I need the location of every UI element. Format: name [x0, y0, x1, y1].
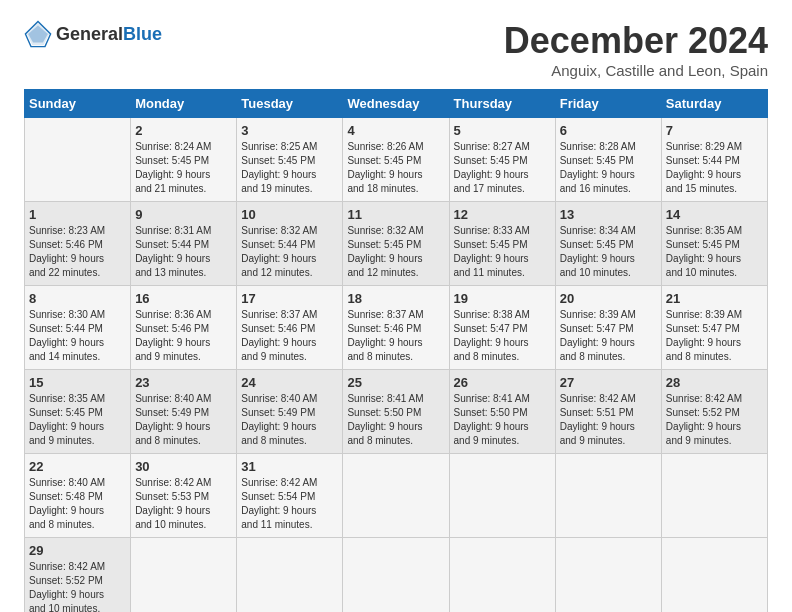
- day-number: 3: [241, 123, 338, 138]
- day-cell: 19Sunrise: 8:38 AM Sunset: 5:47 PM Dayli…: [449, 286, 555, 370]
- day-info: Sunrise: 8:24 AM Sunset: 5:45 PM Dayligh…: [135, 140, 232, 196]
- day-number: 5: [454, 123, 551, 138]
- day-number: 1: [29, 207, 126, 222]
- day-cell: 6Sunrise: 8:28 AM Sunset: 5:45 PM Daylig…: [555, 118, 661, 202]
- logo-icon: [24, 20, 52, 48]
- day-info: Sunrise: 8:42 AM Sunset: 5:51 PM Dayligh…: [560, 392, 657, 448]
- day-number: 26: [454, 375, 551, 390]
- day-cell: 30Sunrise: 8:42 AM Sunset: 5:53 PM Dayli…: [131, 454, 237, 538]
- day-cell: 28Sunrise: 8:42 AM Sunset: 5:52 PM Dayli…: [661, 370, 767, 454]
- week-row-4: 22Sunrise: 8:40 AM Sunset: 5:48 PM Dayli…: [25, 454, 768, 538]
- day-number: 18: [347, 291, 444, 306]
- day-number: 4: [347, 123, 444, 138]
- day-cell: [25, 118, 131, 202]
- day-cell: 12Sunrise: 8:33 AM Sunset: 5:45 PM Dayli…: [449, 202, 555, 286]
- day-info: Sunrise: 8:42 AM Sunset: 5:52 PM Dayligh…: [29, 560, 126, 612]
- day-header-saturday: Saturday: [661, 90, 767, 118]
- week-row-2: 8Sunrise: 8:30 AM Sunset: 5:44 PM Daylig…: [25, 286, 768, 370]
- week-row-0: 2Sunrise: 8:24 AM Sunset: 5:45 PM Daylig…: [25, 118, 768, 202]
- day-cell: 21Sunrise: 8:39 AM Sunset: 5:47 PM Dayli…: [661, 286, 767, 370]
- day-number: 17: [241, 291, 338, 306]
- day-number: 29: [29, 543, 126, 558]
- day-header-friday: Friday: [555, 90, 661, 118]
- day-info: Sunrise: 8:27 AM Sunset: 5:45 PM Dayligh…: [454, 140, 551, 196]
- day-number: 11: [347, 207, 444, 222]
- day-cell: 16Sunrise: 8:36 AM Sunset: 5:46 PM Dayli…: [131, 286, 237, 370]
- day-number: 27: [560, 375, 657, 390]
- day-number: 13: [560, 207, 657, 222]
- day-number: 8: [29, 291, 126, 306]
- day-cell: 8Sunrise: 8:30 AM Sunset: 5:44 PM Daylig…: [25, 286, 131, 370]
- day-cell: [449, 538, 555, 613]
- day-cell: 22Sunrise: 8:40 AM Sunset: 5:48 PM Dayli…: [25, 454, 131, 538]
- day-info: Sunrise: 8:32 AM Sunset: 5:44 PM Dayligh…: [241, 224, 338, 280]
- title-area: December 2024 Anguix, Castille and Leon,…: [504, 20, 768, 79]
- day-info: Sunrise: 8:23 AM Sunset: 5:46 PM Dayligh…: [29, 224, 126, 280]
- day-cell: 11Sunrise: 8:32 AM Sunset: 5:45 PM Dayli…: [343, 202, 449, 286]
- day-info: Sunrise: 8:28 AM Sunset: 5:45 PM Dayligh…: [560, 140, 657, 196]
- day-cell: 7Sunrise: 8:29 AM Sunset: 5:44 PM Daylig…: [661, 118, 767, 202]
- day-cell: 31Sunrise: 8:42 AM Sunset: 5:54 PM Dayli…: [237, 454, 343, 538]
- day-cell: 5Sunrise: 8:27 AM Sunset: 5:45 PM Daylig…: [449, 118, 555, 202]
- logo-blue: Blue: [123, 24, 162, 44]
- day-info: Sunrise: 8:37 AM Sunset: 5:46 PM Dayligh…: [241, 308, 338, 364]
- day-info: Sunrise: 8:40 AM Sunset: 5:49 PM Dayligh…: [241, 392, 338, 448]
- day-number: 21: [666, 291, 763, 306]
- day-info: Sunrise: 8:30 AM Sunset: 5:44 PM Dayligh…: [29, 308, 126, 364]
- logo-general: General: [56, 24, 123, 44]
- day-number: 6: [560, 123, 657, 138]
- logo: GeneralBlue: [24, 20, 162, 48]
- day-cell: 1Sunrise: 8:23 AM Sunset: 5:46 PM Daylig…: [25, 202, 131, 286]
- day-info: Sunrise: 8:35 AM Sunset: 5:45 PM Dayligh…: [666, 224, 763, 280]
- day-cell: 27Sunrise: 8:42 AM Sunset: 5:51 PM Dayli…: [555, 370, 661, 454]
- day-cell: 2Sunrise: 8:24 AM Sunset: 5:45 PM Daylig…: [131, 118, 237, 202]
- day-number: 30: [135, 459, 232, 474]
- week-row-1: 1Sunrise: 8:23 AM Sunset: 5:46 PM Daylig…: [25, 202, 768, 286]
- day-number: 19: [454, 291, 551, 306]
- day-info: Sunrise: 8:40 AM Sunset: 5:48 PM Dayligh…: [29, 476, 126, 532]
- header: GeneralBlue December 2024 Anguix, Castil…: [24, 20, 768, 79]
- day-number: 20: [560, 291, 657, 306]
- day-cell: [661, 538, 767, 613]
- day-info: Sunrise: 8:25 AM Sunset: 5:45 PM Dayligh…: [241, 140, 338, 196]
- day-info: Sunrise: 8:33 AM Sunset: 5:45 PM Dayligh…: [454, 224, 551, 280]
- day-cell: 23Sunrise: 8:40 AM Sunset: 5:49 PM Dayli…: [131, 370, 237, 454]
- day-cell: [343, 454, 449, 538]
- day-cell: 9Sunrise: 8:31 AM Sunset: 5:44 PM Daylig…: [131, 202, 237, 286]
- day-cell: 17Sunrise: 8:37 AM Sunset: 5:46 PM Dayli…: [237, 286, 343, 370]
- day-cell: 10Sunrise: 8:32 AM Sunset: 5:44 PM Dayli…: [237, 202, 343, 286]
- day-cell: 20Sunrise: 8:39 AM Sunset: 5:47 PM Dayli…: [555, 286, 661, 370]
- day-header-tuesday: Tuesday: [237, 90, 343, 118]
- day-cell: 4Sunrise: 8:26 AM Sunset: 5:45 PM Daylig…: [343, 118, 449, 202]
- day-cell: [555, 454, 661, 538]
- day-info: Sunrise: 8:39 AM Sunset: 5:47 PM Dayligh…: [560, 308, 657, 364]
- month-title: December 2024: [504, 20, 768, 62]
- day-cell: 18Sunrise: 8:37 AM Sunset: 5:46 PM Dayli…: [343, 286, 449, 370]
- day-number: 15: [29, 375, 126, 390]
- day-cell: [131, 538, 237, 613]
- day-cell: [661, 454, 767, 538]
- day-number: 22: [29, 459, 126, 474]
- day-number: 7: [666, 123, 763, 138]
- day-info: Sunrise: 8:36 AM Sunset: 5:46 PM Dayligh…: [135, 308, 232, 364]
- day-number: 25: [347, 375, 444, 390]
- day-cell: 29Sunrise: 8:42 AM Sunset: 5:52 PM Dayli…: [25, 538, 131, 613]
- day-number: 28: [666, 375, 763, 390]
- day-header-wednesday: Wednesday: [343, 90, 449, 118]
- day-info: Sunrise: 8:32 AM Sunset: 5:45 PM Dayligh…: [347, 224, 444, 280]
- day-info: Sunrise: 8:31 AM Sunset: 5:44 PM Dayligh…: [135, 224, 232, 280]
- day-cell: 24Sunrise: 8:40 AM Sunset: 5:49 PM Dayli…: [237, 370, 343, 454]
- day-cell: 26Sunrise: 8:41 AM Sunset: 5:50 PM Dayli…: [449, 370, 555, 454]
- day-number: 9: [135, 207, 232, 222]
- day-info: Sunrise: 8:41 AM Sunset: 5:50 PM Dayligh…: [347, 392, 444, 448]
- week-row-5: 29Sunrise: 8:42 AM Sunset: 5:52 PM Dayli…: [25, 538, 768, 613]
- day-cell: [555, 538, 661, 613]
- days-header-row: SundayMondayTuesdayWednesdayThursdayFrid…: [25, 90, 768, 118]
- day-number: 24: [241, 375, 338, 390]
- day-cell: 14Sunrise: 8:35 AM Sunset: 5:45 PM Dayli…: [661, 202, 767, 286]
- day-info: Sunrise: 8:42 AM Sunset: 5:52 PM Dayligh…: [666, 392, 763, 448]
- day-info: Sunrise: 8:37 AM Sunset: 5:46 PM Dayligh…: [347, 308, 444, 364]
- day-number: 12: [454, 207, 551, 222]
- day-info: Sunrise: 8:29 AM Sunset: 5:44 PM Dayligh…: [666, 140, 763, 196]
- day-number: 2: [135, 123, 232, 138]
